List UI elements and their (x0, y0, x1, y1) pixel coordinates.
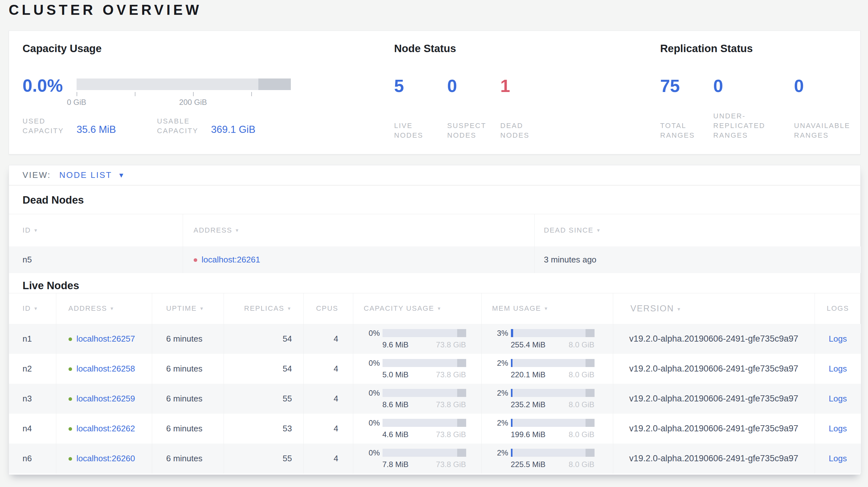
unavailable-ranges-stat: 0 UNAVAILABLE RANGES (794, 76, 863, 140)
table-row: n6 localhost:26260 6 minutes 55 4 0% 7.8… (9, 444, 861, 474)
memory-percent-label: 2% (492, 448, 508, 457)
node-address-link[interactable]: localhost:26261 (202, 255, 260, 264)
logs-link[interactable]: Logs (829, 454, 847, 463)
node-address-link[interactable]: localhost:26259 (76, 394, 135, 403)
capacity-meter-bar (382, 449, 466, 457)
memory-percent-label: 2% (492, 389, 508, 397)
dead-nodes-value: 1 (500, 76, 553, 95)
axis-tick (135, 92, 135, 96)
logs-cell: Logs (815, 414, 861, 444)
used-capacity-label: USED CAPACITY (23, 117, 76, 136)
page-title: CLUSTER OVERVIEW (9, 2, 202, 18)
cpus-cell: 4 (303, 444, 353, 474)
replication-status-stats: 75 TOTAL RANGES 0 UNDER-REPLICATED RANGE… (660, 76, 863, 140)
node-id-cell: n3 (9, 384, 56, 414)
view-bar: VIEW: NODE LIST ▼ (9, 165, 860, 186)
logs-cell: Logs (815, 354, 861, 384)
table-row: n2 localhost:26258 6 minutes 54 4 0% 5.0… (9, 354, 861, 384)
capacity-stats: USED CAPACITY 35.6 MiB USABLE CAPACITY 3… (23, 117, 291, 136)
capacity-used-value: 4.6 MiB (382, 430, 409, 439)
memory-total-value: 8.0 GiB (568, 400, 594, 409)
cpus-cell: 4 (303, 324, 353, 354)
mem-usage-cell: 2% 199.6 MiB 8.0 GiB (481, 414, 613, 444)
capacity-percent: 0.0% (23, 75, 63, 96)
capacity-meter-bar (382, 359, 466, 367)
live-nodes-heading: Live Nodes (23, 280, 860, 292)
uptime-cell: 6 minutes (152, 414, 224, 444)
used-capacity-value: 35.6 MiB (76, 124, 116, 136)
memory-meter-fill (511, 329, 514, 337)
memory-meter-bar (511, 419, 594, 427)
capacity-used-value: 5.0 MiB (382, 370, 409, 379)
node-address-link[interactable]: localhost:26258 (76, 364, 135, 374)
live-status-dot-icon (68, 367, 72, 371)
mem-usage-cell: 3% 255.4 MiB 8.0 GiB (481, 324, 613, 354)
total-ranges-stat: 75 TOTAL RANGES (660, 76, 713, 140)
live-col-header-id[interactable]: ID▼ (9, 293, 56, 324)
col-label: CPUS (316, 304, 338, 312)
memory-meter-bar (511, 449, 594, 457)
memory-total-value: 8.0 GiB (568, 460, 594, 469)
col-label: VERSION (630, 304, 674, 313)
col-label: DEAD SINCE (544, 226, 594, 234)
view-mode-value: NODE LIST (59, 170, 112, 180)
memory-total-value: 8.0 GiB (568, 340, 594, 349)
live-col-header-memory[interactable]: MEM USAGE▼ (481, 293, 613, 324)
col-label: UPTIME (166, 304, 197, 312)
capacity-meter: 0% 8.6 MiB 73.8 GiB (364, 389, 481, 409)
logs-cell: Logs (815, 444, 861, 474)
capacity-meter-bar (382, 389, 466, 397)
capacity-total-value: 73.8 GiB (436, 400, 466, 409)
logs-link[interactable]: Logs (829, 394, 847, 403)
node-id-cell: n6 (9, 444, 56, 474)
sort-desc-icon: ▼ (437, 306, 442, 311)
live-col-header-replicas[interactable]: REPLICAS▼ (224, 293, 303, 324)
dead-nodes-label: DEAD NODES (500, 121, 539, 140)
table-header-row: ID▼ ADDRESS▼ DEAD SINCE▼ (9, 214, 861, 247)
dead-col-header-address[interactable]: ADDRESS▼ (183, 214, 534, 247)
live-col-header-version[interactable]: VERSION▼ (613, 293, 815, 324)
live-col-header-capacity[interactable]: CAPACITY USAGE▼ (353, 293, 481, 324)
capacity-meter-bar (382, 419, 466, 427)
replicas-cell: 55 (224, 384, 303, 414)
col-label: ID (23, 304, 31, 312)
version-cell: v19.2.0-alpha.20190606-2491-gfe735c9a97 (613, 354, 815, 384)
node-address-link[interactable]: localhost:26262 (76, 424, 135, 433)
suspect-nodes-label: SUSPECT NODES (447, 121, 487, 140)
dead-status-dot-icon (194, 258, 197, 262)
memory-meter: 3% 255.4 MiB 8.0 GiB (492, 329, 613, 349)
node-address-link[interactable]: localhost:26260 (76, 454, 135, 463)
memory-percent-label: 2% (492, 419, 508, 427)
capacity-meter: 0% 9.6 MiB 73.8 GiB (364, 329, 481, 349)
node-address-cell: localhost:26259 (56, 384, 152, 414)
table-row: n1 localhost:26257 6 minutes 54 4 0% 9.6… (9, 324, 861, 354)
col-label: MEM USAGE (492, 304, 541, 312)
dead-col-header-id[interactable]: ID▼ (9, 214, 183, 247)
dead-col-header-dead-since[interactable]: DEAD SINCE▼ (534, 214, 861, 247)
node-address-cell: localhost:26257 (56, 324, 152, 354)
cluster-summary-card: Capacity Usage 0.0% 0 GiB 200 GiB USED C… (9, 31, 861, 154)
axis-tick (76, 92, 77, 96)
capacity-percent-label: 0% (364, 359, 380, 368)
logs-link[interactable]: Logs (829, 334, 847, 344)
usable-capacity-value: 369.1 GiB (211, 124, 255, 136)
node-address-cell: localhost:26261 (183, 247, 534, 273)
view-mode-dropdown[interactable]: NODE LIST ▼ (59, 170, 125, 180)
under-replicated-ranges-value: 0 (713, 76, 794, 95)
axis-tick (193, 92, 194, 96)
capacity-bar-track (76, 78, 291, 90)
version-cell: v19.2.0-alpha.20190606-2491-gfe735c9a97 (613, 414, 815, 444)
under-replicated-ranges-label: UNDER-REPLICATED RANGES (713, 111, 779, 140)
memory-used-value: 255.4 MiB (511, 340, 546, 349)
total-ranges-value: 75 (660, 76, 713, 95)
node-list-card: VIEW: NODE LIST ▼ Dead Nodes ID▼ ADDRESS… (9, 165, 861, 475)
node-address-link[interactable]: localhost:26257 (76, 334, 135, 344)
capacity-percent-label: 0% (364, 448, 380, 457)
logs-link[interactable]: Logs (829, 424, 847, 433)
usable-capacity-stat: USABLE CAPACITY 369.1 GiB (157, 117, 291, 136)
logs-cell: Logs (815, 384, 861, 414)
chevron-down-icon: ▼ (118, 171, 125, 179)
logs-link[interactable]: Logs (829, 364, 847, 374)
live-col-header-uptime[interactable]: UPTIME▼ (152, 293, 224, 324)
live-col-header-address[interactable]: ADDRESS▼ (56, 293, 152, 324)
